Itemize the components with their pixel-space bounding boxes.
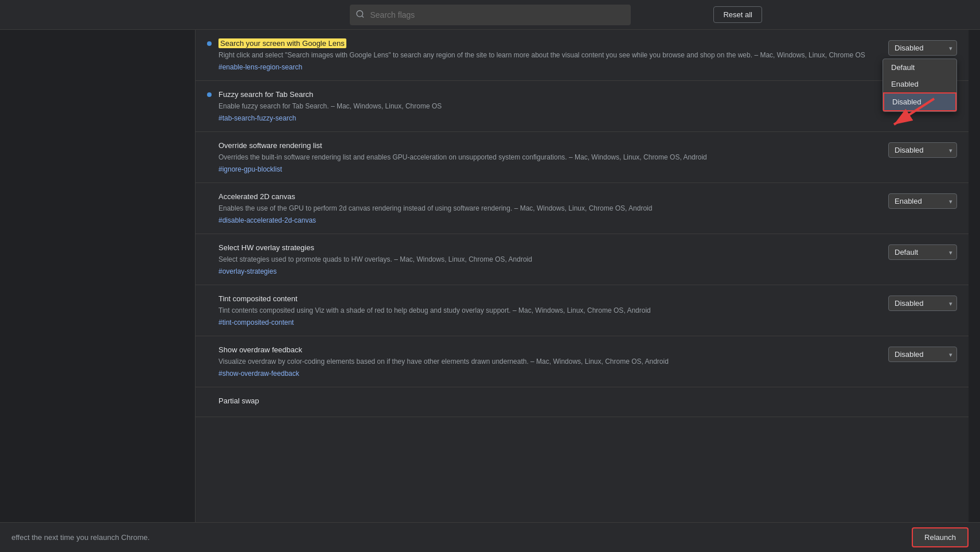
flag-dot-inactive [207, 399, 212, 403]
flag-description: Select strategies used to promote quads … [218, 254, 881, 265]
flag-description: Tint contents composited using Viz with … [218, 305, 881, 316]
flag-content: Accelerated 2D canvas Enables the use of… [218, 192, 881, 224]
flag-title: Show overdraw feedback [218, 345, 881, 354]
flag-dot-inactive [207, 143, 212, 148]
flag-dot-inactive [207, 246, 212, 250]
sidebar [0, 30, 195, 552]
reset-all-button[interactable]: Reset all [713, 6, 762, 23]
select-wrapper: Disabled [888, 296, 957, 311]
flag-description: Right click and select "Search images wi… [218, 50, 881, 60]
flag-link[interactable]: #disable-accelerated-2d-canvas [218, 216, 316, 224]
flag-item: Show overdraw feedback Visualize overdra… [196, 336, 969, 387]
flag-control: Disabled [888, 347, 957, 362]
flag-title: Fuzzy search for Tab Search [218, 90, 881, 99]
flag-description: Enables the use of the GPU to perform 2d… [218, 203, 881, 213]
flag-dot-inactive [207, 348, 212, 352]
flag-title: Accelerated 2D canvas [218, 192, 881, 201]
flag-content: Select HW overlay strategies Select stra… [218, 243, 881, 275]
flag-content: Search your screen with Google Lens Righ… [218, 39, 881, 71]
flag-content: Partial swap [218, 396, 957, 407]
flag-item: Select HW overlay strategies Select stra… [196, 234, 969, 285]
flag-control: Enabled [888, 193, 957, 209]
flag-link[interactable]: #tab-search-fuzzy-search [218, 114, 296, 122]
flags-area: Search your screen with Google Lens Righ… [195, 30, 969, 552]
flag-title: Override software rendering list [218, 141, 881, 150]
flag-item: Tint composited content Tint contents co… [196, 285, 969, 336]
flag-dropdown[interactable]: Disabled [888, 142, 957, 158]
dropdown-open: Default Enabled Disabled [883, 59, 957, 112]
select-wrapper: Disabled [888, 142, 957, 158]
flag-item: Search your screen with Google Lens Righ… [196, 30, 969, 81]
flag-control: Default [888, 244, 957, 260]
flag-item: Fuzzy search for Tab Search Enable fuzzy… [196, 81, 969, 132]
bottom-bar: effect the next time you relaunch Chrome… [0, 522, 980, 552]
flag-link[interactable]: #show-overdraw-feedback [218, 370, 299, 378]
top-bar: Reset all [0, 0, 980, 30]
flag-description: Overrides the built-in software renderin… [218, 152, 881, 162]
flag-dropdown[interactable]: Enabled [888, 193, 957, 209]
select-wrapper: Default [888, 244, 957, 260]
flag-link[interactable]: #enable-lens-region-search [218, 63, 302, 71]
dropdown-option-enabled[interactable]: Enabled [883, 76, 956, 92]
flag-title: Tint composited content [218, 294, 881, 303]
flag-control: Disabled Default Enabled Disabled [888, 40, 957, 56]
select-wrapper: Disabled [888, 40, 957, 56]
flag-title: Select HW overlay strategies [218, 243, 881, 252]
relaunch-button[interactable]: Relaunch [912, 527, 969, 547]
main-content: Search your screen with Google Lens Righ… [0, 30, 980, 552]
flag-control: Disabled [888, 296, 957, 311]
flag-dropdown[interactable]: Disabled [888, 296, 957, 311]
flag-dot-active [207, 41, 212, 46]
flag-title: Search your screen with Google Lens [218, 39, 881, 48]
flag-dot-active [207, 92, 212, 97]
flag-link[interactable]: #overlay-strategies [218, 267, 276, 275]
flag-dropdown[interactable]: Disabled [888, 40, 957, 56]
flag-item: Override software rendering list Overrid… [196, 132, 969, 183]
search-input[interactable] [350, 5, 631, 25]
dropdown-option-disabled[interactable]: Disabled [883, 92, 956, 111]
bottom-message: effect the next time you relaunch Chrome… [11, 533, 150, 542]
flag-link[interactable]: #ignore-gpu-blocklist [218, 165, 282, 173]
flag-content: Override software rendering list Overrid… [218, 141, 881, 173]
flag-title-text: Search your screen with Google Lens [218, 38, 346, 48]
flag-dot-inactive [207, 297, 212, 301]
flag-content: Tint composited content Tint contents co… [218, 294, 881, 326]
flag-title: Partial swap [218, 396, 957, 405]
flag-link[interactable]: #tint-composited-content [218, 318, 294, 326]
flag-content: Show overdraw feedback Visualize overdra… [218, 345, 881, 378]
flag-content: Fuzzy search for Tab Search Enable fuzzy… [218, 90, 881, 122]
flag-description: Enable fuzzy search for Tab Search. – Ma… [218, 101, 881, 111]
flag-control: Disabled [888, 142, 957, 158]
select-wrapper: Enabled [888, 193, 957, 209]
select-wrapper: Disabled [888, 347, 957, 362]
flag-item: Accelerated 2D canvas Enables the use of… [196, 183, 969, 234]
flag-dropdown[interactable]: Default [888, 244, 957, 260]
flag-dropdown[interactable]: Disabled [888, 347, 957, 362]
right-panel [969, 30, 980, 552]
flag-dot-inactive [207, 195, 212, 199]
dropdown-option-default[interactable]: Default [883, 59, 956, 76]
flag-item: Partial swap [196, 387, 969, 417]
flag-description: Visualize overdraw by color-coding eleme… [218, 356, 881, 367]
search-wrapper [350, 5, 631, 25]
